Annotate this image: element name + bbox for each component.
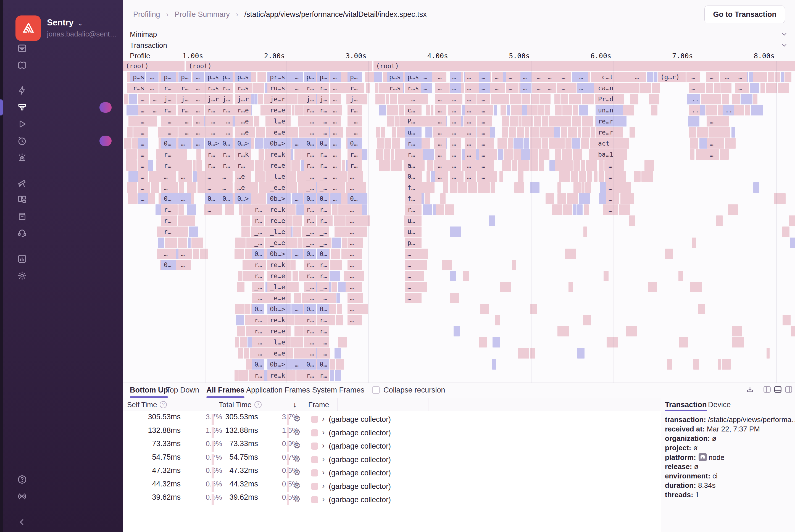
flame-frame[interactable]: … (193, 72, 204, 82)
flame-frame[interactable]: pr…s (267, 72, 290, 82)
flame-frame[interactable]: … (450, 94, 461, 104)
flame-frame[interactable]: a… (405, 160, 421, 171)
flame-cell[interactable] (129, 94, 137, 104)
flame-cell[interactable] (225, 204, 234, 215)
flame-frame[interactable]: _… (252, 227, 264, 237)
flame-frame[interactable]: … (559, 83, 570, 93)
flame-cell[interactable] (258, 72, 266, 82)
flame-cell[interactable] (255, 171, 265, 182)
tab-top-down[interactable]: Top Down (166, 383, 199, 397)
flame-frame[interactable]: r… (205, 149, 222, 160)
flame-cell[interactable] (127, 127, 133, 137)
flame-cell[interactable] (651, 83, 660, 93)
flame-cell[interactable] (189, 227, 198, 237)
flame-frame[interactable]: … (347, 260, 362, 270)
flame-frame[interactable]: r… (347, 105, 362, 115)
flame-cell[interactable] (629, 127, 635, 137)
flame-cell[interactable] (258, 94, 263, 104)
flame-frame[interactable]: 0… (304, 193, 316, 204)
flame-frame[interactable]: j… (304, 94, 316, 104)
flame-frame[interactable]: .. (723, 105, 734, 115)
sidebar-item-user-feedback[interactable] (0, 225, 122, 241)
flame-cell[interactable] (518, 116, 522, 127)
flame-cell[interactable] (732, 326, 742, 337)
flame-cell[interactable] (568, 282, 573, 292)
flame-frame[interactable]: un…n (595, 105, 623, 115)
flame-frame[interactable]: 0… (304, 138, 316, 149)
flame-cell[interactable] (249, 370, 252, 381)
flame-frame[interactable]: p… (304, 72, 316, 82)
flame-frame[interactable]: … (205, 171, 222, 182)
flame-cell[interactable] (720, 83, 732, 93)
flame-cell[interactable] (629, 215, 635, 226)
flame-frame[interactable]: 0b…> (267, 249, 290, 259)
flame-cell[interactable] (641, 171, 653, 182)
flame-frame[interactable]: … (292, 138, 303, 149)
table-row[interactable]: 132.88ms1.6%132.88ms1.6%⚙›(garbage colle… (122, 426, 661, 439)
flame-cell[interactable] (332, 238, 341, 248)
expand-chevron-icon[interactable]: › (322, 468, 325, 477)
flame-cell[interactable] (491, 182, 495, 193)
flame-frame[interactable]: 0… (161, 260, 176, 270)
flame-cell[interactable] (568, 127, 577, 137)
flame-cell[interactable] (781, 72, 784, 82)
gear-icon[interactable]: ⚙ (294, 414, 301, 423)
flame-cell[interactable] (492, 359, 496, 369)
flame-frame[interactable]: _… (317, 348, 329, 359)
flame-cell[interactable] (665, 249, 673, 259)
flame-cell[interactable] (245, 315, 252, 325)
flame-cell[interactable] (384, 149, 390, 160)
flame-frame[interactable]: r… (304, 105, 316, 115)
flame-frame[interactable]: r…s (130, 83, 145, 93)
flame-frame[interactable]: 0b…> (267, 138, 290, 149)
flame-frame[interactable]: r… (161, 204, 176, 215)
flame-cell[interactable] (178, 204, 184, 215)
flame-frame[interactable]: r… (317, 271, 329, 281)
flame-cell[interactable] (259, 149, 264, 160)
flame-cell[interactable] (599, 171, 604, 182)
flame-cell[interactable] (191, 238, 203, 248)
flame-cell[interactable] (530, 348, 535, 359)
flame-cell[interactable] (581, 160, 585, 171)
flame-cell[interactable] (491, 94, 500, 104)
flame-frame[interactable]: … (193, 83, 204, 93)
flame-frame[interactable]: … (330, 72, 341, 82)
flame-frame[interactable]: r… (317, 149, 329, 160)
flame-cell[interactable] (607, 337, 618, 347)
flame-cell[interactable] (711, 127, 721, 137)
flame-cell[interactable] (342, 160, 345, 171)
flame-frame[interactable]: r…s (235, 83, 251, 93)
flame-cell[interactable] (480, 304, 489, 314)
flame-frame[interactable]: _e…e (267, 182, 290, 193)
flame-cell[interactable] (341, 249, 348, 259)
flame-cell[interactable] (242, 227, 250, 237)
flame-cell[interactable] (732, 127, 735, 137)
flame-cell[interactable] (563, 204, 572, 215)
flame-frame[interactable]: r… (304, 370, 316, 381)
flame-cell[interactable] (546, 193, 554, 204)
flame-cell[interactable] (423, 94, 428, 104)
flame-cell[interactable] (545, 105, 550, 115)
flame-frame[interactable]: r… (220, 105, 232, 115)
flame-cell[interactable] (337, 304, 342, 314)
flame-frame[interactable]: _… (317, 127, 329, 137)
flame-frame[interactable]: r… (235, 160, 251, 171)
flame-cell[interactable] (508, 138, 513, 149)
flame-frame[interactable]: … (205, 182, 222, 193)
flame-frame[interactable]: r…s (205, 83, 222, 93)
flame-frame[interactable]: _… (178, 116, 191, 127)
flame-cell[interactable] (690, 138, 698, 149)
flame-frame[interactable]: … (347, 182, 362, 193)
flame-cell[interactable] (292, 105, 295, 115)
flame-cell[interactable] (427, 171, 430, 182)
flame-frame[interactable]: … (220, 171, 232, 182)
flame-cell[interactable] (450, 227, 461, 237)
flame-cell[interactable] (478, 182, 490, 193)
flame-frame[interactable]: (root) (374, 61, 795, 71)
flame-cell[interactable] (732, 94, 740, 104)
flame-frame[interactable]: p… (161, 72, 176, 82)
flame-cell[interactable] (156, 149, 162, 160)
flame-frame[interactable]: … (520, 83, 531, 93)
flame-cell[interactable] (187, 182, 196, 193)
flame-frame[interactable]: _… (220, 116, 232, 127)
